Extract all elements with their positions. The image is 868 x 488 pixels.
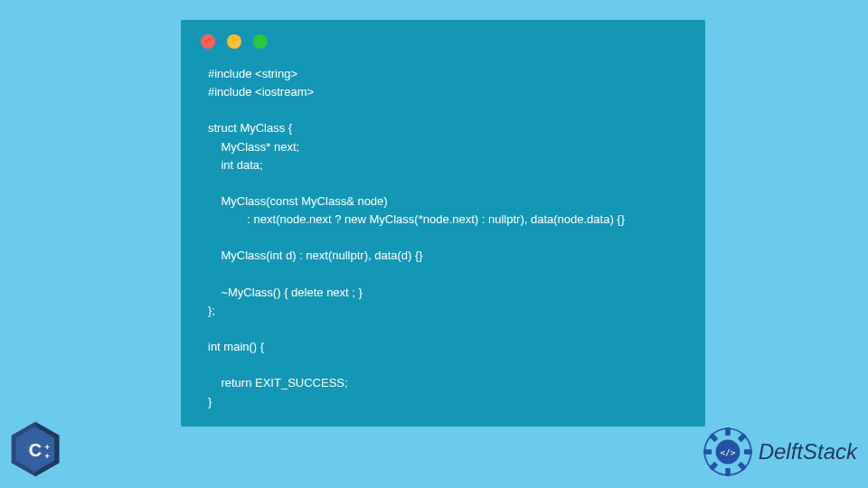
code-window: #include <string> #include <iostream> st… [181,20,705,427]
svg-rect-11 [725,468,731,476]
svg-rect-13 [703,449,712,455]
svg-text:</>: </> [720,447,735,457]
svg-rect-10 [737,462,746,471]
svg-text:+: + [44,443,50,452]
delftstack-label: DelftStack [759,439,857,465]
svg-rect-8 [737,433,746,442]
cpp-logo-icon: C + + [5,419,65,479]
code-block: #include <string> #include <iostream> st… [181,58,705,418]
delftstack-logo: </> DelftStack [703,427,857,477]
svg-text:C: C [29,440,42,460]
delftstack-badge-icon: </> [703,427,753,477]
close-icon[interactable] [201,34,215,49]
maximize-icon[interactable] [253,34,268,49]
svg-rect-12 [709,462,718,471]
svg-rect-9 [744,449,752,455]
svg-rect-14 [709,433,718,442]
minimize-icon[interactable] [227,34,241,49]
svg-rect-7 [725,427,731,436]
svg-text:+: + [44,452,50,461]
window-controls [181,20,705,58]
